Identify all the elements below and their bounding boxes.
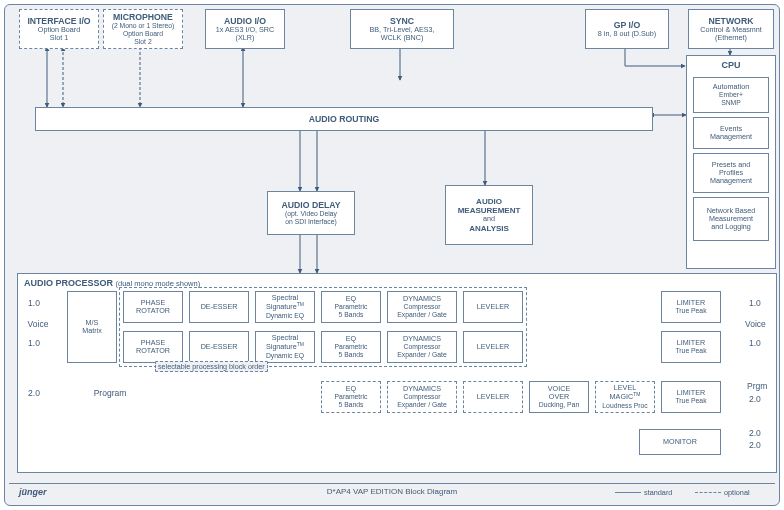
s: 8 in, 8 out (D.Sub) bbox=[598, 30, 656, 38]
s: Matrix bbox=[82, 327, 102, 335]
block-presets: Presets and Profiles Management bbox=[693, 153, 769, 193]
in-1-0-a: 1.0 bbox=[23, 298, 45, 308]
block-dyn-1: DYNAMICS Compressor Expander / Gate bbox=[387, 291, 457, 323]
block-dyn-2: DYNAMICS Compressor Expander / Gate bbox=[387, 331, 457, 363]
s: SNMP bbox=[721, 99, 741, 107]
voice-out: Voice bbox=[745, 319, 766, 329]
block-phase-2: PHASE ROTATOR bbox=[123, 331, 183, 363]
t: DYNAMICS bbox=[403, 385, 441, 393]
t: Spectral bbox=[272, 294, 298, 302]
block-leveler-3: LEVELER bbox=[463, 381, 523, 413]
s: Ducking, Pan bbox=[539, 401, 579, 409]
s: Expander / Gate bbox=[397, 351, 447, 359]
t: LIMITER bbox=[677, 339, 705, 347]
t: LIMITER bbox=[677, 389, 705, 397]
s: WCLK (BNC) bbox=[381, 34, 424, 42]
proc-title-main: AUDIO PROCESSOR bbox=[24, 278, 113, 288]
block-limiter-2: LIMITER True Peak bbox=[661, 331, 721, 363]
s: and bbox=[483, 215, 495, 223]
block-microphone: MICROPHONE (2 Mono or 1 Stereo) Option B… bbox=[103, 9, 183, 49]
block-leveler-2: LEVELER bbox=[463, 331, 523, 363]
s: Dynamic EQ bbox=[266, 312, 304, 320]
t: EQ bbox=[346, 295, 356, 303]
t: DE-ESSER bbox=[201, 303, 238, 311]
in-2-0: 2.0 bbox=[23, 388, 45, 398]
block-eq-2: EQ Parametric 5 Bands bbox=[321, 331, 381, 363]
block-eq-3: EQ Parametric 5 Bands bbox=[321, 381, 381, 413]
t: EQ bbox=[346, 385, 356, 393]
s: Parametric bbox=[335, 393, 368, 401]
block-audio-delay: AUDIO DELAY (opt. Video Delay on SDI Int… bbox=[267, 191, 355, 235]
block-network: NETWORK Control & Measmnt (Ethernet) bbox=[688, 9, 774, 49]
s: Compressor bbox=[403, 303, 440, 311]
block-monitor: MONITOR bbox=[639, 429, 721, 455]
s: Option Board bbox=[123, 30, 163, 38]
s: Parametric bbox=[335, 303, 368, 311]
block-phase-1: PHASE ROTATOR bbox=[123, 291, 183, 323]
s: Slot 1 bbox=[50, 34, 68, 42]
out-2-0-b: 2.0 bbox=[749, 428, 761, 438]
lt: optional bbox=[724, 488, 750, 497]
block-netmeas: Network Based Measurement and Logging bbox=[693, 197, 769, 241]
lt: standard bbox=[644, 488, 672, 497]
out-1-0-b: 1.0 bbox=[749, 338, 761, 348]
s: Management bbox=[710, 177, 752, 185]
block-automation: Automation Ember+ SNMP bbox=[693, 77, 769, 113]
out-2-0-c: 2.0 bbox=[749, 440, 761, 450]
s: OVER bbox=[549, 393, 569, 401]
s: and Logging bbox=[711, 223, 751, 231]
pipe-note: selectable processing block order bbox=[155, 361, 268, 372]
diagram-frame: INTERFACE I/O Option Board Slot 1 MICROP… bbox=[4, 4, 780, 506]
s: (XLR) bbox=[236, 34, 255, 42]
s: Slot 2 bbox=[134, 38, 151, 46]
t: DE-ESSER bbox=[201, 343, 238, 351]
block-level-magic: LEVEL MAGICTM Loudness Proc bbox=[595, 381, 655, 413]
s: (opt. Video Delay bbox=[285, 210, 337, 218]
block-eq-1: EQ Parametric 5 Bands bbox=[321, 291, 381, 323]
s: (2 Mono or 1 Stereo) bbox=[112, 22, 175, 30]
t: Spectral bbox=[272, 334, 298, 342]
s: 5 Bands bbox=[339, 351, 364, 359]
block-voice-over: VOICE OVER Ducking, Pan bbox=[529, 381, 589, 413]
in-1-0-b: 1.0 bbox=[23, 338, 45, 348]
tm: SignatureTM bbox=[266, 302, 304, 312]
block-ms-matrix: M/S Matrix bbox=[67, 291, 117, 363]
s: ROTATOR bbox=[136, 347, 170, 355]
block-limiter-1: LIMITER True Peak bbox=[661, 291, 721, 323]
out-1-0-a: 1.0 bbox=[749, 298, 761, 308]
out-2-0-a: 2.0 bbox=[749, 394, 761, 404]
t: LEVELER bbox=[477, 343, 509, 351]
block-leveler-1: LEVELER bbox=[463, 291, 523, 323]
block-limiter-3: LIMITER True Peak bbox=[661, 381, 721, 413]
t: EQ bbox=[346, 335, 356, 343]
legend-optional: optional bbox=[695, 488, 750, 497]
block-audio-io: AUDIO I/O 1x AES3 I/O, SRC (XLR) bbox=[205, 9, 285, 49]
s: Ember+ bbox=[719, 91, 743, 99]
block-interface-io: INTERFACE I/O Option Board Slot 1 bbox=[19, 9, 99, 49]
t: DYNAMICS bbox=[403, 335, 441, 343]
s: on SDI Interface) bbox=[285, 218, 336, 226]
block-events: Events Management bbox=[693, 117, 769, 149]
line-icon bbox=[615, 492, 641, 493]
line-dashed-icon bbox=[695, 492, 721, 493]
block-audio-measure: AUDIO MEASUREMENT and ANALYSIS bbox=[445, 185, 533, 245]
legend-standard: standard bbox=[615, 488, 672, 497]
proc-title-sub: (dual mono mode shown) bbox=[116, 279, 201, 288]
block-sync: SYNC BB, Tri-Level, AES3, WCLK (BNC) bbox=[350, 9, 454, 49]
block-deesser-1: DE-ESSER bbox=[189, 291, 249, 323]
block-gpio: GP I/O 8 in, 8 out (D.Sub) bbox=[585, 9, 669, 49]
t: AUDIO bbox=[476, 197, 502, 206]
s: Management bbox=[710, 133, 752, 141]
t: MICROPHONE bbox=[113, 12, 173, 22]
s: Compressor bbox=[403, 343, 440, 351]
s: ROTATOR bbox=[136, 307, 170, 315]
voice-in: Voice bbox=[23, 319, 53, 329]
block-dyn-3: DYNAMICS Compressor Expander / Gate bbox=[387, 381, 457, 413]
tm: MAGICTM bbox=[610, 392, 641, 402]
s: 5 Bands bbox=[339, 401, 364, 409]
s: ANALYSIS bbox=[469, 224, 509, 233]
out-prgm: Prgm bbox=[747, 381, 767, 391]
proc-title: AUDIO PROCESSOR (dual mono mode shown) bbox=[24, 278, 200, 289]
s: Loudness Proc bbox=[602, 402, 647, 410]
t: MONITOR bbox=[663, 438, 697, 446]
